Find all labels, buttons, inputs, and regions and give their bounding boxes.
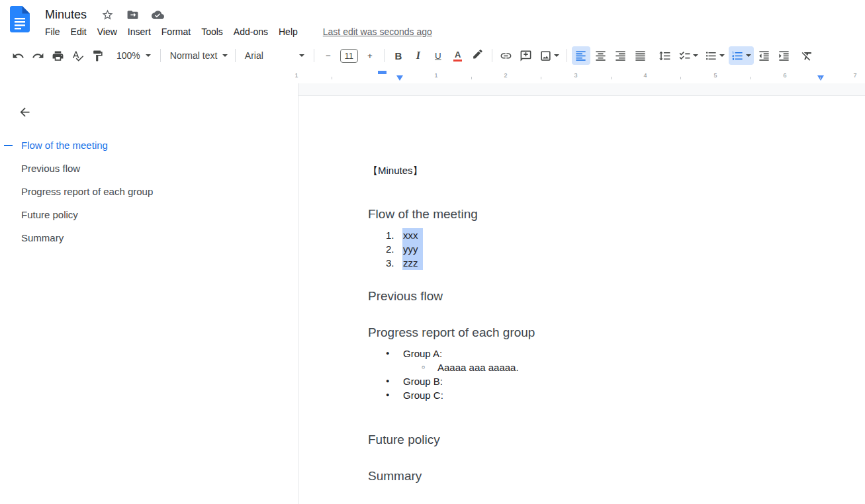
decrease-indent-button[interactable] <box>755 46 774 65</box>
doc-heading-flow-of-the-meeting[interactable]: Flow of the meeting <box>368 206 478 222</box>
chevron-down-icon <box>299 54 304 57</box>
spellcheck-icon <box>71 50 84 62</box>
ruler-tick <box>541 77 541 79</box>
doc-heading-future-policy[interactable]: Future policy <box>368 432 440 447</box>
numbered-list-item[interactable]: 2.yyy <box>368 242 423 256</box>
increase-font-size-button[interactable]: + <box>361 46 379 65</box>
close-outline-button[interactable] <box>16 103 33 120</box>
numbered-list-button[interactable] <box>729 46 754 65</box>
paragraph-style-select[interactable]: Normal text <box>165 46 231 65</box>
zoom-select[interactable]: 100% <box>111 46 156 65</box>
ruler-tick <box>471 77 472 79</box>
menu-tools[interactable]: Tools <box>201 26 223 37</box>
doc-heading-previous-flow[interactable]: Previous flow <box>368 288 443 304</box>
italic-button[interactable]: I <box>409 46 428 65</box>
bullet-list-item[interactable]: ●Group C: <box>368 388 519 402</box>
menu-file[interactable]: File <box>45 26 60 37</box>
print-button[interactable] <box>48 46 67 65</box>
clear-formatting-icon <box>801 50 813 62</box>
insert-image-button[interactable] <box>537 46 562 65</box>
bullet-list-item[interactable]: ●Group A: <box>368 347 519 360</box>
numbered-list-icon <box>731 50 744 62</box>
align-center-button[interactable] <box>592 46 610 65</box>
selected-text[interactable]: yyy <box>402 242 423 256</box>
align-right-button[interactable] <box>612 46 630 65</box>
list-text[interactable]: Group C: <box>403 388 443 402</box>
selected-text[interactable]: zzz <box>402 256 423 270</box>
clear-formatting-button[interactable] <box>798 46 817 65</box>
font-select[interactable]: Arial <box>240 46 310 65</box>
menu-add-ons[interactable]: Add-ons <box>234 26 268 37</box>
chevron-down-icon <box>746 54 751 57</box>
bullet-list-item[interactable]: ○Aaaaa aaa aaaaa. <box>368 360 519 374</box>
add-comment-icon <box>520 50 532 62</box>
list-text[interactable]: Group B: <box>403 374 443 388</box>
bold-button[interactable]: B <box>389 46 408 65</box>
redo-button[interactable] <box>28 46 47 65</box>
last-edit-link[interactable]: Last edit was seconds ago <box>323 26 432 37</box>
doc-heading-summary[interactable]: Summary <box>368 468 422 483</box>
toolbar-separator <box>235 49 236 62</box>
menu-view[interactable]: View <box>97 26 117 37</box>
spelling-check-button[interactable] <box>68 46 87 65</box>
undo-button[interactable] <box>9 46 27 65</box>
line-spacing-button[interactable] <box>656 46 674 65</box>
doc-paragraph[interactable]: 【Minutes】 <box>368 165 423 177</box>
outline-panel: Flow of the meetingPrevious flowProgress… <box>0 83 298 504</box>
numbered-list-item[interactable]: 3.zzz <box>368 256 423 270</box>
menu-help[interactable]: Help <box>279 26 298 37</box>
underline-button[interactable]: U <box>429 46 447 65</box>
paint-roller-icon <box>91 50 104 62</box>
left-indent-marker[interactable] <box>396 75 403 81</box>
move-to-folder-icon <box>126 9 139 21</box>
justify-button[interactable] <box>631 46 650 65</box>
toolbar-separator <box>384 49 385 62</box>
list-text[interactable]: Aaaaa aaa aaaaa. <box>437 360 519 374</box>
align-left-icon <box>574 50 587 62</box>
chevron-down-icon <box>719 54 725 57</box>
menu-insert[interactable]: Insert <box>128 26 151 37</box>
outline-item-future-policy[interactable]: Future policy <box>0 203 298 226</box>
docs-logo[interactable] <box>10 6 30 32</box>
font-value: Arial <box>245 50 263 61</box>
bullet-list-item[interactable]: ●Group B: <box>368 374 519 388</box>
insert-link-button[interactable] <box>497 46 516 65</box>
font-size-input[interactable]: 11 <box>340 49 358 63</box>
list-number: 2. <box>386 242 403 256</box>
outline-item-flow-of-the-meeting[interactable]: Flow of the meeting <box>0 134 298 157</box>
numbered-list-item[interactable]: 1.xxx <box>368 228 423 242</box>
bulleted-list-button[interactable] <box>702 46 727 65</box>
document-page[interactable]: 【Minutes】Flow of the meeting1.xxx2.yyy3.… <box>298 95 865 504</box>
menu-items: FileEditViewInsertFormatToolsAdd-onsHelp <box>45 26 308 37</box>
add-comment-button[interactable] <box>517 46 535 65</box>
star-button[interactable] <box>101 9 114 21</box>
menu-format[interactable]: Format <box>161 26 191 37</box>
outline-item-summary[interactable]: Summary <box>0 226 298 249</box>
outline-item-progress-report-of-each-group[interactable]: Progress report of each group <box>0 180 298 203</box>
paragraph-style-value: Normal text <box>170 50 218 61</box>
increase-indent-icon <box>778 50 790 62</box>
redo-icon <box>32 50 44 62</box>
selected-text[interactable]: xxx <box>402 228 423 242</box>
document-title[interactable]: Minutes <box>45 8 87 22</box>
list-text[interactable]: Group A: <box>403 347 442 360</box>
zoom-value: 100% <box>116 50 140 61</box>
first-line-indent-marker[interactable] <box>378 71 387 74</box>
decrease-font-size-button[interactable]: − <box>319 46 338 65</box>
increase-indent-button[interactable] <box>775 46 794 65</box>
menu-edit[interactable]: Edit <box>71 26 87 37</box>
ruler-number: 7 <box>853 72 856 79</box>
align-right-icon <box>614 50 627 62</box>
print-icon <box>52 50 64 62</box>
highlight-color-button[interactable] <box>469 46 487 65</box>
outline-item-previous-flow[interactable]: Previous flow <box>0 157 298 180</box>
numbered-list: 1.xxx2.yyy3.zzz <box>368 228 423 270</box>
checklist-button[interactable] <box>676 46 701 65</box>
move-button[interactable] <box>126 9 139 21</box>
align-left-button[interactable] <box>572 46 590 65</box>
text-color-button[interactable]: A <box>449 46 467 65</box>
doc-heading-progress-report-of-each-group[interactable]: Progress report of each group <box>368 325 535 340</box>
paint-format-button[interactable] <box>88 46 107 65</box>
right-indent-marker[interactable] <box>817 75 824 81</box>
document-status-button[interactable] <box>152 9 164 21</box>
